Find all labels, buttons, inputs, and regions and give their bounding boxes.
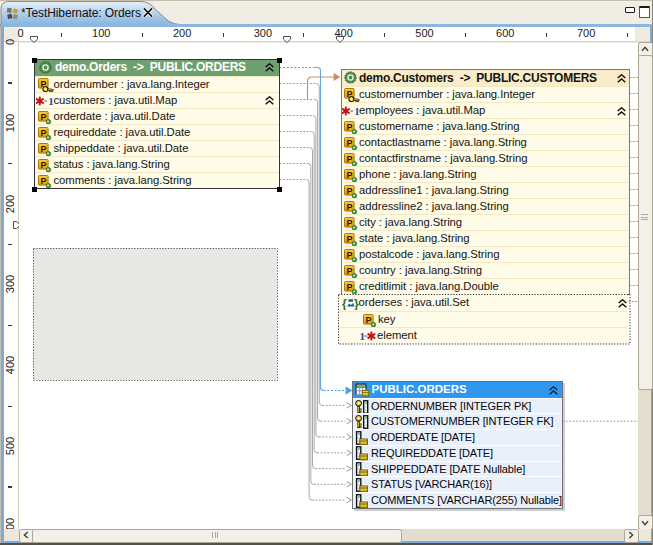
svg-text:P: P (346, 217, 352, 227)
svg-text:P: P (346, 201, 352, 211)
svg-text:P: P (346, 233, 352, 243)
svg-text:1: 1 (48, 95, 53, 107)
svg-text:P: P (40, 143, 46, 153)
svg-text:P: P (346, 265, 352, 275)
svg-text:P: P (346, 121, 352, 131)
svg-text:P: P (346, 137, 352, 147)
svg-text:P: P (346, 249, 352, 259)
svg-text:P: P (346, 153, 352, 163)
svg-text:P: P (40, 111, 46, 121)
svg-text:P: P (346, 185, 352, 195)
svg-text:P: P (40, 175, 46, 185)
svg-text:P: P (346, 281, 352, 291)
svg-text:P: P (346, 169, 352, 179)
svg-text:P: P (40, 127, 46, 137)
svg-text:P: P (40, 159, 46, 169)
